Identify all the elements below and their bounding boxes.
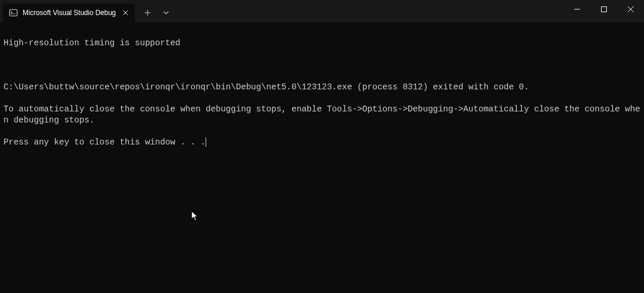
mouse-cursor-icon <box>191 211 199 224</box>
svg-rect-0 <box>10 10 17 16</box>
tab-close-button[interactable] <box>121 8 130 17</box>
console-line: C:\Users\buttw\source\repos\ironqr\ironq… <box>3 82 641 93</box>
console-line: To automatically close the console when … <box>3 104 641 126</box>
new-tab-button[interactable] <box>138 3 157 22</box>
console-output[interactable]: High-resolution timing is supported C:\U… <box>0 22 644 153</box>
minimize-button[interactable] <box>564 0 591 19</box>
console-line: Press any key to close this window . . . <box>3 138 206 147</box>
svg-rect-7 <box>602 7 607 12</box>
close-button[interactable] <box>617 0 644 19</box>
text-cursor <box>206 138 206 147</box>
tab-actions <box>138 3 175 22</box>
titlebar: Microsoft Visual Studio Debug <box>0 0 644 22</box>
window-controls <box>564 0 644 19</box>
tab-title: Microsoft Visual Studio Debug <box>23 9 116 17</box>
console-line: High-resolution timing is supported <box>3 38 641 49</box>
tab-dropdown-button[interactable] <box>157 3 175 22</box>
terminal-icon <box>9 8 18 17</box>
tab-strip: Microsoft Visual Studio Debug <box>0 0 175 22</box>
active-tab[interactable]: Microsoft Visual Studio Debug <box>3 3 135 22</box>
console-text: Press any key to close this window . . . <box>3 138 206 147</box>
maximize-button[interactable] <box>591 0 617 19</box>
blank-line <box>3 60 641 71</box>
